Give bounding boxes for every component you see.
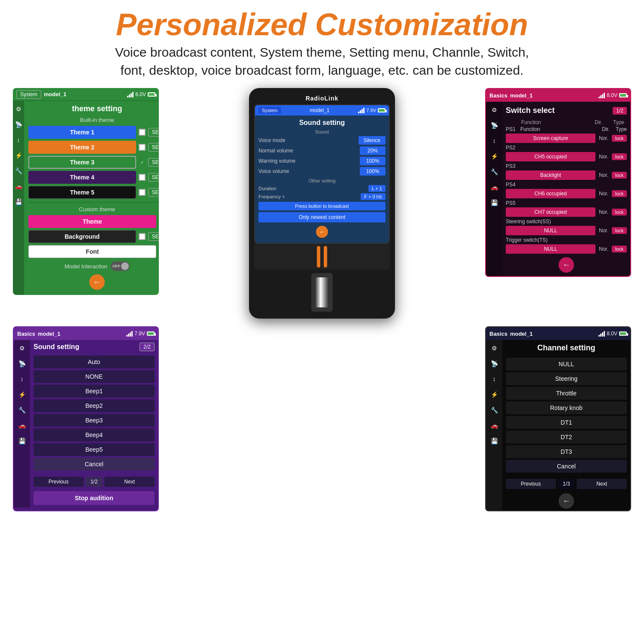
basics-tab-dark[interactable]: Basics: [489, 331, 507, 337]
theme-3-button[interactable]: Theme 3: [28, 156, 136, 169]
dark-wrench-icon[interactable]: 🔧: [489, 404, 500, 416]
sidebar-lightning-icon[interactable]: ⚡: [13, 150, 24, 161]
ch-cancel-btn[interactable]: Cancel: [506, 460, 627, 473]
screen-tab[interactable]: System: [258, 107, 281, 114]
ps2-lock[interactable]: lock: [612, 153, 627, 160]
purple-lightning-icon[interactable]: ⚡: [16, 389, 27, 400]
pink-arrow-icon[interactable]: ↕: [489, 135, 500, 146]
frequency-value[interactable]: F + 0 Hz: [361, 193, 386, 200]
sidebar-gear-icon[interactable]: ⚙: [13, 103, 24, 115]
sidebar-wrench-icon[interactable]: 🔧: [13, 165, 24, 176]
newest-content-btn[interactable]: Only newest content: [258, 212, 386, 222]
sound-item-beep3[interactable]: Beep3: [33, 414, 155, 427]
theme-2-set[interactable]: SET: [148, 143, 159, 152]
pink-gear-icon[interactable]: ⚙: [489, 104, 500, 115]
ps3-value[interactable]: Backlight: [506, 170, 595, 180]
press-broadcast-btn[interactable]: Press button to broadcast: [258, 202, 386, 210]
stop-audition-btn[interactable]: Stop audition: [33, 491, 155, 505]
ps1-lock[interactable]: lock: [612, 135, 627, 142]
dark-car-icon[interactable]: 🚗: [489, 420, 500, 431]
purple-gear-icon[interactable]: ⚙: [16, 343, 27, 354]
dark-sd-icon[interactable]: 💾: [489, 435, 500, 447]
ps3-lock[interactable]: lock: [612, 172, 627, 179]
pink-wrench-icon[interactable]: 🔧: [489, 166, 500, 177]
background-set[interactable]: SET: [148, 232, 159, 241]
ss-lock2[interactable]: lock: [612, 227, 627, 234]
system-tab[interactable]: System: [16, 90, 41, 99]
pink-antenna-icon[interactable]: 📡: [489, 120, 500, 131]
sound-item-beep5[interactable]: Beep5: [33, 443, 155, 456]
ch-item-throttle[interactable]: Throttle: [506, 387, 627, 400]
voice-mode-value[interactable]: Silence: [358, 136, 386, 145]
voice-volume-value[interactable]: 100%: [360, 167, 386, 176]
dark-arrow-icon[interactable]: ↕: [489, 374, 500, 385]
sidebar-arrow-icon[interactable]: ↕: [13, 134, 24, 146]
custom-theme-button[interactable]: Theme: [28, 215, 156, 228]
ch-item-dt3[interactable]: DT3: [506, 445, 627, 458]
ch-item-null[interactable]: NULL: [506, 358, 627, 371]
ch-item-rotary[interactable]: Rotary knob: [506, 401, 627, 414]
normal-volume-value[interactable]: 20%: [360, 146, 386, 155]
background-checkbox[interactable]: [139, 233, 146, 240]
ps4-lock[interactable]: lock: [612, 190, 627, 197]
channel-next-btn[interactable]: Next: [577, 479, 627, 489]
purple-arrow-icon[interactable]: ↕: [16, 374, 27, 385]
sound-cancel-btn[interactable]: Cancel: [33, 458, 155, 471]
ch-item-dt1[interactable]: DT1: [506, 416, 627, 429]
theme-1-checkbox[interactable]: [139, 129, 146, 136]
theme-5-checkbox[interactable]: [139, 189, 146, 196]
ps4-value[interactable]: CH6 occupied: [506, 189, 595, 198]
ps2-value[interactable]: CH5 occupied: [506, 152, 595, 161]
theme-4-checkbox[interactable]: [139, 174, 146, 181]
duration-value[interactable]: L + 1: [368, 185, 386, 192]
sound-item-auto[interactable]: Auto: [33, 355, 155, 368]
sidebar-antenna-icon[interactable]: 📡: [13, 119, 24, 130]
sidebar-sd-icon[interactable]: 💾: [13, 196, 24, 207]
dark-back-button[interactable]: ←: [559, 493, 574, 509]
theme-5-button[interactable]: Theme 5: [28, 186, 136, 199]
theme-2-checkbox[interactable]: [139, 144, 146, 151]
sound-item-beep4[interactable]: Beep4: [33, 428, 155, 441]
theme-5-set[interactable]: SET: [148, 188, 159, 197]
channel-prev-btn[interactable]: Previous: [506, 479, 556, 489]
ts-lock[interactable]: lock: [612, 246, 627, 252]
purple-wrench-icon[interactable]: 🔧: [16, 404, 27, 416]
sound-item-beep1[interactable]: Beep1: [33, 385, 155, 398]
screen-back-btn[interactable]: ←: [316, 226, 328, 238]
font-button[interactable]: Font: [28, 245, 156, 258]
dark-antenna-icon[interactable]: 📡: [489, 358, 500, 369]
theme-1-button[interactable]: Theme 1: [28, 126, 136, 139]
pink-car-icon[interactable]: 🚗: [489, 182, 500, 193]
theme-3-set[interactable]: SET: [148, 158, 159, 167]
pink-sd-icon[interactable]: 💾: [489, 197, 500, 208]
trigger-switch-value[interactable]: NULL: [506, 244, 595, 254]
green-back-button[interactable]: ←: [89, 274, 105, 290]
dark-gear-icon[interactable]: ⚙: [489, 343, 500, 354]
pink-back-button[interactable]: ←: [559, 257, 574, 273]
dark-lightning-icon[interactable]: ⚡: [489, 389, 500, 400]
ps1-value[interactable]: Screen capture: [506, 134, 595, 143]
model-interaction-toggle[interactable]: [111, 261, 130, 271]
warning-volume-value[interactable]: 100%: [360, 157, 386, 165]
background-button[interactable]: Background: [28, 230, 136, 243]
ps5-value[interactable]: CH7 occupied: [506, 207, 595, 217]
theme-1-set[interactable]: SET: [148, 128, 159, 137]
purple-car-icon[interactable]: 🚗: [16, 420, 27, 431]
theme-2-button[interactable]: Theme 2: [28, 141, 136, 154]
theme-4-set[interactable]: SET: [148, 173, 159, 182]
purple-antenna-icon[interactable]: 📡: [16, 358, 27, 369]
ch-item-steering[interactable]: Steering: [506, 372, 627, 385]
basics-tab-pink[interactable]: Basics: [489, 92, 507, 99]
sidebar-car-icon[interactable]: 🚗: [13, 181, 24, 192]
ch-item-dt2[interactable]: DT2: [506, 431, 627, 444]
sound-next-btn[interactable]: Next: [104, 477, 155, 487]
pink-lightning-icon[interactable]: ⚡: [489, 151, 500, 162]
purple-sd-icon[interactable]: 💾: [16, 435, 27, 447]
sound-item-none[interactable]: NONE: [33, 370, 155, 383]
theme-3-checkbox[interactable]: [139, 159, 146, 166]
steering-switch-value[interactable]: NULL: [506, 226, 595, 235]
basics-tab-purple[interactable]: Basics: [17, 331, 35, 337]
ps5-lock[interactable]: lock: [612, 209, 627, 216]
sound-prev-btn[interactable]: Previous: [33, 477, 84, 487]
sound-item-beep2[interactable]: Beep2: [33, 399, 155, 412]
